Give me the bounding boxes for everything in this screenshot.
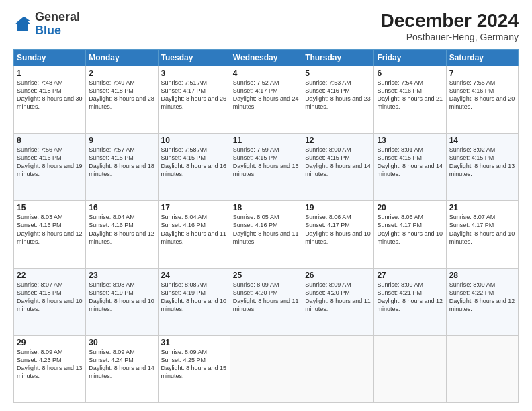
calendar-cell: 3Sunrise: 7:51 AMSunset: 4:17 PMDaylight… — [158, 66, 230, 133]
calendar-day-header: Friday — [374, 49, 446, 66]
calendar-day-header: Sunday — [14, 49, 86, 66]
day-info: Sunrise: 7:54 AMSunset: 4:16 PMDaylight:… — [377, 79, 443, 111]
calendar-cell: 7Sunrise: 7:55 AMSunset: 4:16 PMDaylight… — [446, 66, 518, 133]
calendar-cell: 8Sunrise: 7:56 AMSunset: 4:16 PMDaylight… — [14, 134, 86, 201]
day-number: 4 — [233, 68, 299, 78]
page-title: December 2024 — [381, 11, 519, 32]
day-info: Sunrise: 8:07 AMSunset: 4:18 PMDaylight:… — [17, 281, 83, 314]
logo-text: General Blue — [35, 11, 80, 38]
day-info: Sunrise: 8:00 AMSunset: 4:15 PMDaylight:… — [305, 146, 371, 179]
calendar-day-header: Thursday — [302, 49, 374, 66]
day-number: 21 — [449, 203, 515, 212]
day-info: Sunrise: 8:09 AMSunset: 4:25 PMDaylight:… — [161, 348, 227, 381]
day-number: 27 — [377, 271, 443, 280]
day-number: 10 — [161, 136, 227, 145]
calendar-cell: 12Sunrise: 8:00 AMSunset: 4:15 PMDayligh… — [302, 134, 374, 201]
calendar-week-row: 29Sunrise: 8:09 AMSunset: 4:23 PMDayligh… — [14, 335, 519, 402]
day-number: 19 — [305, 203, 371, 212]
day-info: Sunrise: 7:53 AMSunset: 4:16 PMDaylight:… — [305, 79, 371, 111]
day-info: Sunrise: 7:59 AMSunset: 4:15 PMDaylight:… — [233, 146, 299, 179]
day-info: Sunrise: 8:09 AMSunset: 4:20 PMDaylight:… — [233, 281, 299, 314]
calendar-cell: 11Sunrise: 7:59 AMSunset: 4:15 PMDayligh… — [230, 134, 302, 201]
day-number: 8 — [17, 136, 83, 145]
day-number: 31 — [161, 338, 227, 347]
day-number: 9 — [89, 136, 154, 145]
day-info: Sunrise: 8:08 AMSunset: 4:19 PMDaylight:… — [161, 281, 227, 314]
day-info: Sunrise: 8:06 AMSunset: 4:17 PMDaylight:… — [377, 213, 443, 246]
calendar-cell: 23Sunrise: 8:08 AMSunset: 4:19 PMDayligh… — [86, 268, 158, 335]
day-number: 1 — [17, 68, 83, 78]
calendar-cell: 22Sunrise: 8:07 AMSunset: 4:18 PMDayligh… — [14, 268, 86, 335]
day-number: 17 — [161, 203, 227, 212]
day-number: 14 — [449, 136, 515, 145]
calendar-header-row: SundayMondayTuesdayWednesdayThursdayFrid… — [14, 49, 519, 66]
day-info: Sunrise: 8:01 AMSunset: 4:15 PMDaylight:… — [377, 146, 443, 179]
page-subtitle: Postbauer-Heng, Germany — [381, 32, 519, 42]
calendar-cell: 27Sunrise: 8:09 AMSunset: 4:21 PMDayligh… — [374, 268, 446, 335]
calendar-cell: 1Sunrise: 7:48 AMSunset: 4:18 PMDaylight… — [14, 66, 86, 133]
calendar-cell: 20Sunrise: 8:06 AMSunset: 4:17 PMDayligh… — [374, 201, 446, 268]
day-number: 13 — [377, 136, 443, 145]
logo-icon — [13, 15, 32, 34]
day-number: 18 — [233, 203, 299, 212]
day-info: Sunrise: 8:05 AMSunset: 4:16 PMDaylight:… — [233, 213, 299, 246]
logo-blue: Blue — [35, 24, 61, 37]
calendar-cell: 24Sunrise: 8:08 AMSunset: 4:19 PMDayligh… — [158, 268, 230, 335]
calendar-cell: 10Sunrise: 7:58 AMSunset: 4:15 PMDayligh… — [158, 134, 230, 201]
day-number: 29 — [17, 338, 83, 347]
day-info: Sunrise: 8:09 AMSunset: 4:24 PMDaylight:… — [89, 348, 154, 381]
day-number: 28 — [449, 271, 515, 280]
calendar-day-header: Wednesday — [230, 49, 302, 66]
calendar-cell: 2Sunrise: 7:49 AMSunset: 4:18 PMDaylight… — [86, 66, 158, 133]
day-info: Sunrise: 7:52 AMSunset: 4:17 PMDaylight:… — [233, 79, 299, 111]
day-number: 16 — [89, 203, 154, 212]
calendar-day-header: Saturday — [446, 49, 518, 66]
calendar-cell — [446, 335, 518, 402]
calendar-table: SundayMondayTuesdayWednesdayThursdayFrid… — [13, 49, 519, 403]
day-number: 20 — [377, 203, 443, 212]
calendar-cell: 14Sunrise: 8:02 AMSunset: 4:15 PMDayligh… — [446, 134, 518, 201]
calendar-cell: 6Sunrise: 7:54 AMSunset: 4:16 PMDaylight… — [374, 66, 446, 133]
calendar-cell: 9Sunrise: 7:57 AMSunset: 4:15 PMDaylight… — [86, 134, 158, 201]
day-info: Sunrise: 7:51 AMSunset: 4:17 PMDaylight:… — [161, 79, 227, 111]
day-number: 24 — [161, 271, 227, 280]
calendar-week-row: 8Sunrise: 7:56 AMSunset: 4:16 PMDaylight… — [14, 134, 519, 201]
calendar-cell: 30Sunrise: 8:09 AMSunset: 4:24 PMDayligh… — [86, 335, 158, 402]
page: General Blue December 2024 Postbauer-Hen… — [0, 0, 532, 411]
day-number: 7 — [449, 68, 515, 78]
calendar-cell — [230, 335, 302, 402]
calendar-day-header: Monday — [86, 49, 158, 66]
day-info: Sunrise: 8:04 AMSunset: 4:16 PMDaylight:… — [89, 213, 154, 246]
day-number: 6 — [377, 68, 443, 78]
calendar-week-row: 1Sunrise: 7:48 AMSunset: 4:18 PMDaylight… — [14, 66, 519, 133]
calendar-cell: 25Sunrise: 8:09 AMSunset: 4:20 PMDayligh… — [230, 268, 302, 335]
calendar-cell: 28Sunrise: 8:09 AMSunset: 4:22 PMDayligh… — [446, 268, 518, 335]
logo: General Blue — [13, 11, 80, 38]
day-info: Sunrise: 8:08 AMSunset: 4:19 PMDaylight:… — [89, 281, 154, 314]
calendar-cell: 19Sunrise: 8:06 AMSunset: 4:17 PMDayligh… — [302, 201, 374, 268]
day-info: Sunrise: 8:09 AMSunset: 4:22 PMDaylight:… — [449, 281, 515, 314]
day-info: Sunrise: 7:55 AMSunset: 4:16 PMDaylight:… — [449, 79, 515, 111]
day-info: Sunrise: 8:02 AMSunset: 4:15 PMDaylight:… — [449, 146, 515, 179]
day-number: 26 — [305, 271, 371, 280]
day-number: 12 — [305, 136, 371, 145]
calendar-cell: 29Sunrise: 8:09 AMSunset: 4:23 PMDayligh… — [14, 335, 86, 402]
day-info: Sunrise: 8:09 AMSunset: 4:23 PMDaylight:… — [17, 348, 83, 381]
day-number: 23 — [89, 271, 154, 280]
calendar-cell: 16Sunrise: 8:04 AMSunset: 4:16 PMDayligh… — [86, 201, 158, 268]
calendar-cell: 13Sunrise: 8:01 AMSunset: 4:15 PMDayligh… — [374, 134, 446, 201]
calendar-cell: 17Sunrise: 8:04 AMSunset: 4:16 PMDayligh… — [158, 201, 230, 268]
day-number: 22 — [17, 271, 83, 280]
day-number: 15 — [17, 203, 83, 212]
calendar-cell: 4Sunrise: 7:52 AMSunset: 4:17 PMDaylight… — [230, 66, 302, 133]
calendar-cell: 21Sunrise: 8:07 AMSunset: 4:17 PMDayligh… — [446, 201, 518, 268]
calendar-cell — [374, 335, 446, 402]
calendar-cell: 5Sunrise: 7:53 AMSunset: 4:16 PMDaylight… — [302, 66, 374, 133]
calendar-week-row: 15Sunrise: 8:03 AMSunset: 4:16 PMDayligh… — [14, 201, 519, 268]
day-info: Sunrise: 7:49 AMSunset: 4:18 PMDaylight:… — [89, 79, 154, 111]
logo-general: General — [35, 10, 80, 24]
calendar-day-header: Tuesday — [158, 49, 230, 66]
header: General Blue December 2024 Postbauer-Hen… — [13, 11, 519, 42]
day-info: Sunrise: 8:09 AMSunset: 4:20 PMDaylight:… — [305, 281, 371, 314]
day-info: Sunrise: 8:06 AMSunset: 4:17 PMDaylight:… — [305, 213, 371, 246]
